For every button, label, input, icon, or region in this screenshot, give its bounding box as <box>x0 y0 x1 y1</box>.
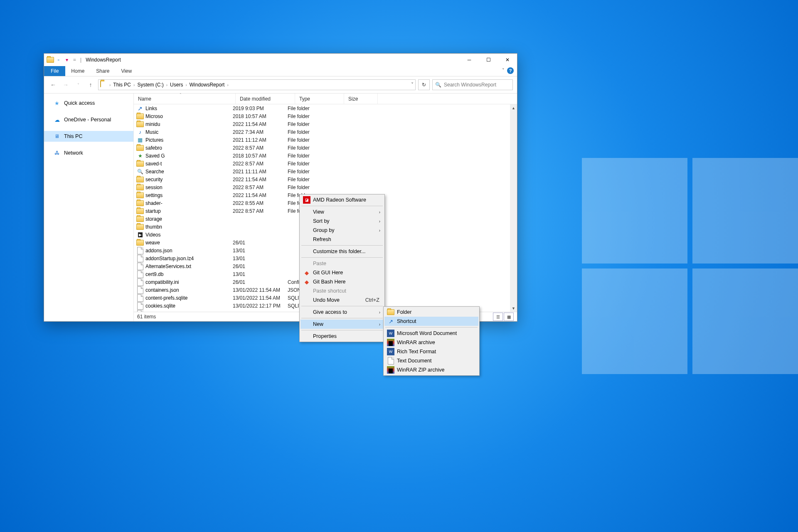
new-submenu[interactable]: Folder ↗Shortcut WMicrosoft Word Documen… <box>383 306 480 376</box>
row-type: File folder <box>288 145 332 151</box>
ribbon-file[interactable]: File <box>44 66 65 76</box>
col-name[interactable]: Name <box>134 94 236 104</box>
new-zip[interactable]: ▆WinRAR ZIP archive <box>384 365 478 374</box>
refresh-button[interactable]: ↻ <box>418 79 430 90</box>
file-row[interactable]: ↗Links2019 9:03 PMFile folder <box>134 104 517 112</box>
nav-network[interactable]: 🖧Network <box>44 148 133 158</box>
ribbon-view[interactable]: View <box>115 66 138 76</box>
new-rtf[interactable]: WRich Text Format <box>384 347 478 356</box>
file-row[interactable]: Microso2018 10:57 AMFile folder <box>134 112 517 120</box>
row-name: AlternateServices.txt <box>144 264 233 269</box>
quick-props-icon[interactable]: ▾ <box>63 56 71 64</box>
titlebar[interactable]: ▫ ▾ = | WindowsReport ─ ☐ ✕ <box>44 54 517 66</box>
file-row[interactable]: ★Saved G2018 10:57 AMFile folder <box>134 152 517 160</box>
file-row[interactable]: 🔍Searche2021 11:11 AMFile folder <box>134 167 517 175</box>
ctx-paste: Paste <box>300 259 384 268</box>
file-row[interactable]: ♪Music2022 7:34 AMFile folder <box>134 128 517 136</box>
col-size[interactable]: Size <box>344 94 378 104</box>
help-icon[interactable]: ? <box>507 67 514 74</box>
ribbon-share[interactable]: Share <box>90 66 115 76</box>
row-name: extension-preferences.json <box>144 311 233 312</box>
row-type: File folder <box>288 169 332 175</box>
view-details-icon[interactable]: ☰ <box>493 313 503 321</box>
ctx-gitbash[interactable]: ◆Git Bash Here <box>300 277 384 286</box>
ctx-properties[interactable]: Properties <box>300 332 384 341</box>
row-name: cookies.sqlite <box>144 303 233 309</box>
file-row[interactable]: ▦Pictures2021 11:12 AMFile folder <box>134 136 517 144</box>
row-type: File folder <box>288 106 332 111</box>
row-icon <box>136 200 144 206</box>
cloud-icon: ☁ <box>53 116 61 123</box>
chevron-right-icon: › <box>379 322 380 327</box>
column-headers[interactable]: ˄ Name Date modified Type Size <box>134 94 517 104</box>
nav-up[interactable]: ↑ <box>86 80 96 90</box>
row-name: settings <box>144 192 233 198</box>
file-row[interactable]: safebro2022 8:57 AMFile folder <box>134 144 517 152</box>
ctx-groupby[interactable]: Group by› <box>300 226 384 235</box>
row-icon <box>136 208 144 214</box>
new-word[interactable]: WMicrosoft Word Document <box>384 329 478 338</box>
close-button[interactable]: ✕ <box>498 54 517 66</box>
chevron-right-icon: › <box>379 210 380 214</box>
ribbon-home[interactable]: Home <box>65 66 90 76</box>
row-name: addonStartup.json.lz4 <box>144 256 233 261</box>
file-row[interactable]: security2022 11:54 AMFile folder <box>134 175 517 183</box>
row-icon <box>136 302 144 310</box>
star-icon: ★ <box>53 99 61 107</box>
scroll-up-icon[interactable]: ▲ <box>510 104 517 111</box>
row-date: 2022 8:55 AM <box>233 200 288 206</box>
row-icon <box>136 255 144 262</box>
scroll-down-icon[interactable]: ▼ <box>510 305 517 312</box>
view-large-icon[interactable]: ▦ <box>504 313 514 321</box>
minimize-button[interactable]: ─ <box>460 54 479 66</box>
nav-this-pc[interactable]: 🖥This PC <box>44 131 133 142</box>
row-date: 26/01 <box>233 240 288 246</box>
new-rar[interactable]: ▆WinRAR archive <box>384 338 478 347</box>
row-name: containers.json <box>144 287 233 293</box>
ctx-undo[interactable]: Undo MoveCtrl+Z <box>300 296 384 305</box>
content-pane: ˄ Name Date modified Type Size ↗Links201… <box>134 94 517 321</box>
ctx-new[interactable]: New› <box>300 320 384 329</box>
row-date: 2021 11:12 AM <box>233 137 288 143</box>
quick-save-icon[interactable]: ▫ <box>55 56 62 64</box>
ctx-view[interactable]: View› <box>300 207 384 217</box>
explorer-window: ▫ ▾ = | WindowsReport ─ ☐ ✕ File Home Sh… <box>44 53 517 322</box>
new-shortcut[interactable]: ↗Shortcut <box>384 317 478 326</box>
row-icon <box>136 278 144 286</box>
nav-pane: ★Quick access ☁OneDrive - Personal 🖥This… <box>44 94 134 321</box>
file-row[interactable]: session2022 8:57 AMFile folder <box>134 183 517 191</box>
crumb-thispc[interactable]: This PC <box>112 82 132 88</box>
nav-back[interactable]: ← <box>48 80 58 90</box>
ctx-refresh[interactable]: Refresh <box>300 235 384 244</box>
nav-forward[interactable]: → <box>61 80 71 90</box>
crumb-users[interactable]: Users <box>169 82 184 88</box>
scrollbar[interactable]: ▲▼ <box>510 104 517 312</box>
col-type[interactable]: Type <box>295 94 344 104</box>
ctx-gitgui[interactable]: ◆Git GUI Here <box>300 268 384 277</box>
row-name: addons.json <box>144 248 233 254</box>
context-menu[interactable]: ◪AMD Radeon Software View› Sort by› Grou… <box>299 194 385 342</box>
col-date[interactable]: Date modified <box>236 94 295 104</box>
nav-quick-access[interactable]: ★Quick access <box>44 98 133 108</box>
new-folder[interactable]: Folder <box>384 308 478 317</box>
address-bar[interactable]: › This PC› System (C:)› Users› WindowsRe… <box>98 79 416 90</box>
ctx-give-access[interactable]: Give access to› <box>300 308 384 317</box>
ribbon-collapse-icon[interactable]: ˅ <box>502 68 505 73</box>
new-txt[interactable]: Text Document <box>384 356 478 365</box>
chevron-down-icon[interactable]: ˅ <box>411 82 414 88</box>
crumb-wr[interactable]: WindowsReport <box>189 82 226 88</box>
maximize-button[interactable]: ☐ <box>479 54 498 66</box>
row-type: File folder <box>288 121 332 127</box>
ctx-amd[interactable]: ◪AMD Radeon Software <box>300 195 384 204</box>
nav-recent[interactable]: ˅ <box>73 80 83 90</box>
row-date: 2022 8:57 AM <box>233 161 288 167</box>
ctx-sortby[interactable]: Sort by› <box>300 217 384 226</box>
search-box[interactable]: 🔍 Search WindowsReport <box>432 79 513 90</box>
nav-onedrive[interactable]: ☁OneDrive - Personal <box>44 114 133 125</box>
row-date: 13/01/2022 11:54 AM <box>233 295 288 301</box>
txt-icon <box>387 357 394 365</box>
file-row[interactable]: saved-t2022 8:57 AMFile folder <box>134 160 517 167</box>
ctx-customize[interactable]: Customize this folder... <box>300 247 384 256</box>
file-row[interactable]: minidu2022 11:54 AMFile folder <box>134 120 517 128</box>
crumb-system[interactable]: System (C:) <box>136 82 164 88</box>
